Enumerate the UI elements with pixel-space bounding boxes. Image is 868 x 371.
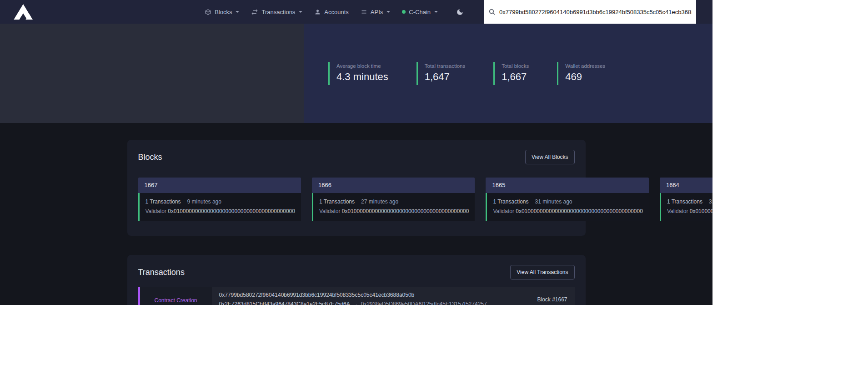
nav-apis[interactable]: APIs xyxy=(361,9,390,15)
block-body: 1 Transactions 31 minutes ago Validator … xyxy=(660,193,712,221)
block-time: 27 minutes ago xyxy=(361,197,398,207)
view-all-blocks-button[interactable]: View All Blocks xyxy=(525,150,574,164)
search-box xyxy=(484,0,696,24)
nav-transactions-label: Transactions xyxy=(261,9,295,15)
block-number[interactable]: 1667 xyxy=(138,178,301,193)
nav-items: Blocks Transactions Accounts xyxy=(205,0,712,24)
moon-icon xyxy=(456,8,464,16)
stat-label: Total transactions xyxy=(425,63,466,69)
transaction-block-link[interactable]: Block #1667 xyxy=(537,296,567,303)
to-address-link[interactable]: 0x2938eD5D869e50DA6f125dfc45F13157f52742… xyxy=(361,301,487,305)
transactions-section: Transactions View All Transactions Contr… xyxy=(127,255,586,305)
validator-address: 0x01000000000000000000000000000000000000… xyxy=(690,208,712,214)
chain-selector-label: C-Chain xyxy=(409,9,431,15)
stats-panel: Average block time 4.3 minutes Total tra… xyxy=(304,24,712,123)
arrow-right-icon: → xyxy=(353,301,358,305)
block-card[interactable]: 1664 1 Transactions 31 minutes ago Valid… xyxy=(660,178,712,221)
transaction-hash-link[interactable]: 0x7799bd580272f9604140b6991d3bb6c19924bf… xyxy=(219,292,490,298)
transaction-type-cell: Contract Creation Success xyxy=(138,287,212,305)
block-validator-row: Validator 0x0100000000000000000000000000… xyxy=(667,207,712,216)
transaction-details: 0x7799bd580272f9604140b6991d3bb6c19924bf… xyxy=(212,287,497,305)
block-card[interactable]: 1666 1 Transactions 27 minutes ago Valid… xyxy=(312,178,475,221)
block-summary: 1 Transactions 31 minutes ago xyxy=(493,197,642,207)
transaction-meta: Block #1667 9 minutes ago xyxy=(497,287,575,305)
nav-transactions[interactable]: Transactions xyxy=(251,9,302,15)
block-body: 1 Transactions 31 minutes ago Validator … xyxy=(486,193,648,221)
block-summary: 1 Transactions 31 minutes ago xyxy=(667,197,712,207)
block-body: 1 Transactions 9 minutes ago Validator 0… xyxy=(138,193,301,221)
blocks-section: Blocks View All Blocks 1667 1 Transactio… xyxy=(127,140,586,236)
block-summary: 1 Transactions 9 minutes ago xyxy=(146,197,295,207)
transactions-section-header: Transactions View All Transactions xyxy=(138,265,575,280)
stat-label: Total blocks xyxy=(502,63,529,69)
block-time: 31 minutes ago xyxy=(709,197,712,207)
block-number[interactable]: 1666 xyxy=(312,178,475,193)
block-tx-count: 1 Transactions xyxy=(493,197,528,207)
explorer-app: Blocks Transactions Accounts xyxy=(0,0,712,305)
stat-label: Wallet addresses xyxy=(565,63,605,69)
person-icon xyxy=(314,9,321,15)
hero-section: Average block time 4.3 minutes Total tra… xyxy=(0,24,712,123)
from-address-link[interactable]: 0x2E7263d815CbB43a9647843C8a1e2F5c87F75d… xyxy=(219,301,350,305)
stat-wallet-addresses: Wallet addresses 469 xyxy=(557,62,605,85)
chevron-down-icon xyxy=(434,11,438,13)
swap-icon xyxy=(251,9,258,15)
block-time: 9 minutes ago xyxy=(187,197,221,207)
stat-value: 469 xyxy=(565,71,605,83)
block-time: 31 minutes ago xyxy=(535,197,572,207)
stat-label: Average block time xyxy=(336,63,388,69)
nav-blocks[interactable]: Blocks xyxy=(205,9,239,15)
chain-selector[interactable]: C-Chain xyxy=(402,9,438,15)
cube-icon xyxy=(205,9,211,15)
blocks-grid: 1667 1 Transactions 9 minutes ago Valida… xyxy=(138,178,575,221)
transactions-section-title: Transactions xyxy=(138,268,185,277)
top-navbar: Blocks Transactions Accounts xyxy=(0,0,712,24)
avalanche-logo[interactable] xyxy=(13,4,34,20)
block-tx-count: 1 Transactions xyxy=(319,197,355,207)
block-tx-count: 1 Transactions xyxy=(667,197,702,207)
list-icon xyxy=(361,9,367,15)
block-validator-row: Validator 0x0100000000000000000000000000… xyxy=(319,207,469,216)
block-number[interactable]: 1665 xyxy=(486,178,648,193)
validator-label: Validator xyxy=(146,208,166,214)
nav-accounts-label: Accounts xyxy=(324,9,348,15)
transaction-status-badge: Success xyxy=(166,305,186,305)
transaction-route: 0x2E7263d815CbB43a9647843C8a1e2F5c87F75d… xyxy=(219,301,490,305)
validator-address: 0x01000000000000000000000000000000000000… xyxy=(342,208,469,214)
validator-label: Validator xyxy=(667,208,688,214)
stat-total-transactions: Total transactions 1,647 xyxy=(416,62,466,85)
block-validator-row: Validator 0x0100000000000000000000000000… xyxy=(493,207,642,216)
validator-label: Validator xyxy=(319,208,340,214)
stat-total-blocks: Total blocks 1,667 xyxy=(493,62,529,85)
block-body: 1 Transactions 27 minutes ago Validator … xyxy=(312,193,475,221)
nav-apis-label: APIs xyxy=(371,9,383,15)
block-tx-count: 1 Transactions xyxy=(146,197,181,207)
theme-toggle[interactable] xyxy=(456,8,464,16)
avalanche-logo-icon xyxy=(13,4,34,20)
block-card[interactable]: 1667 1 Transactions 9 minutes ago Valida… xyxy=(138,178,301,221)
stat-value: 4.3 minutes xyxy=(336,71,388,83)
nav-accounts[interactable]: Accounts xyxy=(314,9,348,15)
chevron-down-icon xyxy=(236,11,239,13)
transaction-row[interactable]: Contract Creation Success 0x7799bd580272… xyxy=(138,287,575,305)
block-validator-row: Validator 0x0100000000000000000000000000… xyxy=(146,207,295,216)
validator-address: 0x01000000000000000000000000000000000000… xyxy=(168,208,295,214)
nav-blocks-label: Blocks xyxy=(215,9,232,15)
stat-value: 1,647 xyxy=(425,71,466,83)
chevron-down-icon xyxy=(386,11,390,13)
search-icon xyxy=(488,8,496,15)
stat-average-block-time: Average block time 4.3 minutes xyxy=(328,62,388,85)
chain-status-dot-icon xyxy=(402,10,406,14)
block-card[interactable]: 1665 1 Transactions 31 minutes ago Valid… xyxy=(486,178,648,221)
validator-label: Validator xyxy=(493,208,514,214)
transaction-type: Contract Creation xyxy=(154,297,197,304)
block-number[interactable]: 1664 xyxy=(660,178,712,193)
blocks-section-header: Blocks View All Blocks xyxy=(138,150,575,164)
chevron-down-icon xyxy=(299,11,302,13)
validator-address: 0x01000000000000000000000000000000000000… xyxy=(516,208,643,214)
block-summary: 1 Transactions 27 minutes ago xyxy=(319,197,469,207)
search-input[interactable] xyxy=(496,9,692,15)
hero-left-panel xyxy=(0,24,304,123)
view-all-transactions-button[interactable]: View All Transactions xyxy=(510,265,574,280)
stat-value: 1,667 xyxy=(502,71,529,83)
